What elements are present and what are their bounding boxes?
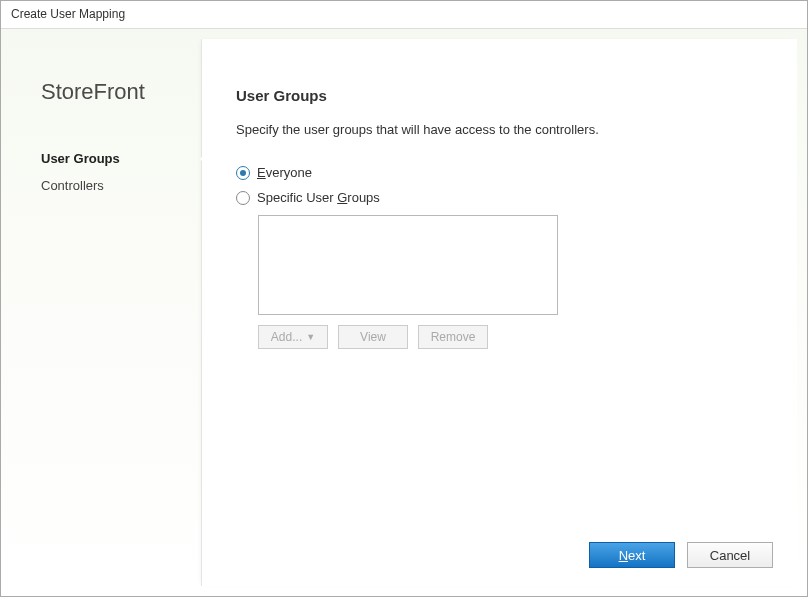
next-button[interactable]: Next [589,542,675,568]
content: User Groups Specify the user groups that… [202,39,797,528]
remove-button-label: Remove [431,330,476,344]
add-button-label: Add... [271,330,302,344]
radio-label-specific[interactable]: Specific User Groups [257,190,380,205]
remove-button[interactable]: Remove [418,325,488,349]
next-button-label: Next [619,548,646,563]
chevron-down-icon: ▼ [306,332,315,342]
page-title: User Groups [236,87,763,104]
radio-specific[interactable] [236,191,250,205]
add-button[interactable]: Add... ▼ [258,325,328,349]
brand-title: StoreFront [1,79,201,145]
sidebar: StoreFront User Groups Controllers [1,29,201,596]
radio-row-specific[interactable]: Specific User Groups [236,190,763,205]
sidebar-item-controllers[interactable]: Controllers [1,172,201,199]
cancel-button-label: Cancel [710,548,750,563]
radio-everyone[interactable] [236,166,250,180]
radio-dot-icon [240,170,246,176]
title-bar: Create User Mapping [1,1,807,29]
page-description: Specify the user groups that will have a… [236,122,763,137]
content-panel: User Groups Specify the user groups that… [201,39,797,586]
radio-row-everyone[interactable]: Everyone [236,165,763,180]
view-button-label: View [360,330,386,344]
view-button[interactable]: View [338,325,408,349]
list-buttons: Add... ▼ View Remove [258,325,763,349]
sidebar-item-label: User Groups [41,151,120,166]
groups-listbox[interactable] [258,215,558,315]
radio-label-everyone[interactable]: Everyone [257,165,312,180]
dialog-body: StoreFront User Groups Controllers User … [1,29,807,596]
window-title: Create User Mapping [11,7,125,21]
cancel-button[interactable]: Cancel [687,542,773,568]
footer: Next Cancel [202,528,797,586]
sidebar-item-label: Controllers [41,178,104,193]
sidebar-item-user-groups[interactable]: User Groups [1,145,201,172]
